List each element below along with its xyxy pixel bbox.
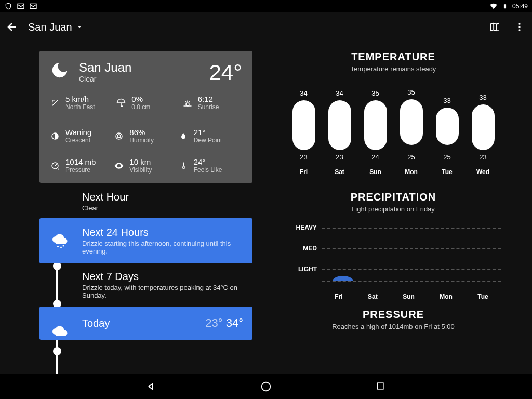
current-card[interactable]: San Juan Clear 24° 5 km/hNorth East 0%0.…	[39, 51, 252, 183]
temp-day: 3423Sat	[327, 89, 353, 176]
humidity-icon	[114, 131, 124, 141]
temp-title: TEMPERATURE	[286, 51, 501, 63]
eye-icon	[114, 161, 124, 171]
temperature-chart: 3423Fri 3423Sat 3524Sun 3525Mon 3325Tue …	[286, 82, 501, 176]
temp-day: 3325Tue	[434, 97, 460, 176]
shield-icon	[4, 2, 12, 10]
feelslike-stat: 24°Feels Like	[178, 157, 242, 174]
precip-day-label: Sun	[403, 293, 415, 300]
pressure-title: PRESSURE	[286, 309, 501, 321]
wind-stat: 5 km/hNorth East	[50, 95, 110, 111]
mail-icon	[29, 2, 37, 10]
nav-recent-button[interactable]	[375, 381, 387, 392]
nav-home-button[interactable]	[260, 381, 272, 392]
map-button[interactable]	[488, 21, 501, 33]
svg-point-7	[186, 103, 189, 106]
svg-point-14	[63, 245, 64, 246]
nav-back-button[interactable]	[145, 381, 157, 392]
current-location: San Juan	[79, 60, 131, 75]
precip-stat: 0%0.0 cm	[116, 95, 176, 111]
svg-rect-16	[377, 383, 383, 389]
forecast-panel: San Juan Clear 24° 5 km/hNorth East 0%0.…	[0, 42, 270, 374]
rain-cloud-icon	[51, 232, 70, 250]
next-24h-item[interactable]: Next 24 Hours Drizzle starting this afte…	[39, 218, 252, 263]
temp-day: 3423Fri	[291, 89, 317, 176]
wifi-icon	[489, 2, 498, 10]
battery-icon	[501, 2, 509, 10]
svg-point-6	[518, 29, 520, 31]
temp-day: 3525Mon	[398, 88, 424, 176]
app-bar: San Juan	[0, 12, 532, 42]
svg-point-13	[60, 246, 62, 248]
today-item[interactable]: Today 23° 34°	[39, 307, 252, 340]
current-condition: Clear	[79, 75, 131, 83]
pressure-icon	[50, 161, 60, 171]
location-title: San Juan	[28, 21, 72, 33]
humidity-stat: 86%Humidity	[114, 128, 178, 144]
precip-day-label: Sat	[368, 293, 378, 300]
thermometer-icon	[178, 161, 189, 171]
current-temp: 24°	[209, 60, 242, 85]
moon-phase-stat: WaningCrescent	[50, 128, 114, 144]
sunrise-stat: 6:12Sunrise	[182, 95, 242, 111]
overflow-button[interactable]	[513, 21, 526, 33]
navigation-bar	[0, 374, 532, 399]
droplet-icon	[178, 131, 189, 141]
chevron-down-icon	[76, 24, 83, 30]
pressure-stat: 1014 mbPressure	[50, 157, 114, 174]
today-temps: 23° 34°	[205, 316, 243, 330]
clock-text: 05:49	[512, 3, 528, 10]
location-dropdown[interactable]: San Juan	[28, 21, 83, 33]
umbrella-icon	[116, 98, 126, 108]
pressure-subtitle: Reaches a high of 1014mb on Fri at 5:00	[286, 323, 501, 330]
svg-point-9	[116, 133, 122, 139]
svg-point-5	[518, 26, 520, 28]
next-7d-item[interactable]: Next 7 Days Drizzle today, with temperat…	[39, 263, 270, 307]
status-bar: 05:49	[0, 0, 532, 12]
svg-rect-2	[504, 4, 506, 8]
svg-point-15	[262, 382, 271, 391]
charts-panel[interactable]: TEMPERATURE Temperature remains steady 3…	[270, 42, 532, 374]
temp-subtitle: Temperature remains steady	[286, 65, 501, 73]
wind-icon	[50, 98, 60, 108]
precip-day-label: Fri	[335, 293, 342, 300]
sunrise-icon	[182, 98, 193, 108]
timeline-dot	[53, 347, 61, 355]
next-hour-item[interactable]: Next Hour Clear	[39, 185, 270, 218]
cloud-icon	[51, 321, 70, 339]
mail-icon	[17, 2, 25, 10]
temp-day: 3323Wed	[470, 94, 496, 176]
precip-title: PRECIPITATION	[286, 191, 501, 203]
precip-chart: HEAVY MED LIGHT Fri Sat Sun Mon Tue	[286, 222, 501, 300]
precip-day-label: Tue	[477, 293, 488, 300]
temp-day: 3524Sun	[363, 89, 389, 176]
visibility-stat: 10 kmVisibility	[114, 157, 178, 174]
moon-icon	[50, 60, 70, 80]
svg-point-12	[57, 246, 59, 247]
moon-phase-icon	[50, 131, 60, 141]
svg-rect-3	[504, 4, 506, 4]
dewpoint-stat: 21°Dew Point	[178, 128, 242, 144]
precip-subtitle: Light precipitation on Friday	[286, 205, 501, 213]
precip-bump	[332, 276, 353, 281]
back-button[interactable]	[6, 21, 19, 33]
svg-point-10	[117, 135, 121, 138]
svg-point-4	[518, 23, 520, 25]
precip-day-label: Mon	[440, 293, 453, 300]
